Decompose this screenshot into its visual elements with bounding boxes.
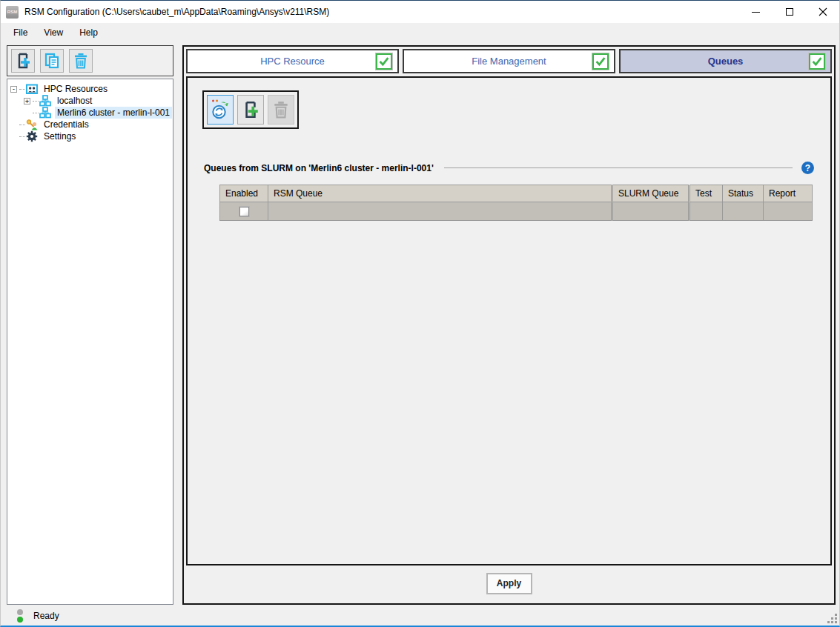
tree-item-hpc-resources[interactable]: - HPC Resources [10, 83, 173, 95]
queues-table: Enabled RSM Queue SLURM Queue Test Statu… [219, 185, 813, 221]
add-queue-button[interactable] [237, 95, 264, 125]
delete-hpc-resource-icon [72, 52, 90, 70]
minimize-button[interactable] [739, 1, 773, 23]
sidebar: - HPC Resources + [7, 45, 173, 605]
tree-connector [19, 89, 25, 90]
menu-help[interactable]: Help [71, 25, 106, 40]
config-tabs: HPC Resource File Management Queues [186, 49, 832, 73]
sidebar-toolbar [7, 45, 173, 76]
status-text: Ready [33, 611, 59, 621]
status-indicator-icon [17, 609, 23, 623]
tab-queues[interactable]: Queues [619, 49, 832, 73]
delete-queue-button[interactable] [268, 95, 294, 125]
tree-label-credentials: Credentials [42, 119, 91, 130]
window-controls [739, 1, 839, 23]
help-icon[interactable]: ? [801, 162, 814, 174]
resize-grip[interactable] [827, 614, 837, 623]
close-icon [818, 7, 827, 16]
main-area: - HPC Resources + [1, 42, 839, 606]
menu-bar: File View Help [1, 23, 839, 42]
tree-connector [19, 125, 25, 125]
queues-section-title: Queues from SLURM on 'Merlin6 cluster - … [204, 163, 434, 173]
hpc-resources-tree: - HPC Resources + [7, 79, 173, 605]
queues-panel: Queues from SLURM on 'Merlin6 cluster - … [186, 76, 832, 565]
queues-table-header-row: Enabled RSM Queue SLURM Queue Test Statu… [220, 185, 813, 202]
delete-queue-icon [271, 99, 291, 120]
status-dot-gray [17, 609, 23, 615]
tree-label-localhost: localhost [55, 95, 94, 107]
duplicate-hpc-resource-button[interactable] [40, 49, 64, 73]
app-icon: RSM [6, 6, 19, 19]
status-bar: Ready [1, 606, 839, 626]
cluster-icon [39, 107, 52, 119]
tree-item-credentials[interactable]: Credentials [10, 119, 173, 130]
rsm-configuration-window: RSM RSM Configuration (C:\Users\caubet_m… [0, 0, 840, 627]
tree-item-merlin6-cluster[interactable]: Merlin6 cluster - merlin-l-001 [10, 107, 173, 119]
column-header-enabled[interactable]: Enabled [220, 185, 268, 202]
duplicate-hpc-resource-icon [43, 52, 61, 70]
cluster-icon [39, 95, 52, 107]
apply-button[interactable]: Apply [486, 573, 532, 594]
tree-connector [19, 136, 25, 137]
queue-status-cell [723, 202, 764, 221]
queue-test-cell[interactable] [689, 202, 723, 221]
tree-connector [33, 101, 39, 102]
title-bar: RSM RSM Configuration (C:\Users\caubet_m… [1, 1, 839, 23]
tab-queues-label: Queues [708, 56, 744, 67]
credentials-key-icon [26, 119, 39, 130]
column-header-rsm-queue[interactable]: RSM Queue [268, 185, 612, 202]
settings-gear-icon [26, 130, 39, 142]
add-queue-icon [241, 99, 260, 120]
status-dot-green [17, 617, 23, 623]
queue-enabled-checkbox[interactable] [239, 207, 249, 216]
queues-section-header: Queues from SLURM on 'Merlin6 cluster - … [202, 162, 816, 174]
menu-view[interactable]: View [36, 25, 71, 40]
add-hpc-resource-icon [14, 52, 32, 70]
refresh-queues-button[interactable] [207, 95, 234, 125]
tree-label-settings: Settings [42, 130, 78, 142]
expand-expander-icon[interactable]: + [24, 98, 30, 104]
queue-enabled-cell [220, 202, 268, 221]
apply-area: Apply [186, 565, 832, 601]
queue-table-row [220, 202, 813, 221]
configuration-panel: HPC Resource File Management Queues [182, 45, 836, 605]
column-header-report[interactable]: Report [764, 185, 813, 202]
menu-file[interactable]: File [5, 25, 36, 40]
tab-hpc-resource-label: HPC Resource [260, 56, 325, 67]
tab-file-management[interactable]: File Management [403, 49, 615, 73]
refresh-queues-icon [210, 99, 231, 121]
delete-hpc-resource-button[interactable] [69, 49, 93, 73]
hpc-resource-valid-check-icon [376, 53, 392, 70]
minimize-icon [752, 12, 760, 13]
tab-file-management-label: File Management [472, 56, 546, 67]
tree-label-merlin6-cluster: Merlin6 cluster - merlin-l-001 [55, 107, 172, 119]
tab-hpc-resource[interactable]: HPC Resource [186, 49, 399, 73]
queues-valid-check-icon [809, 53, 825, 70]
column-header-slurm-queue[interactable]: SLURM Queue [612, 185, 689, 202]
column-header-status[interactable]: Status [723, 185, 764, 202]
queues-toolbar [202, 90, 299, 129]
queue-rsm-queue-cell[interactable] [268, 202, 612, 221]
window-title: RSM Configuration (C:\Users\caubet_m\App… [24, 7, 329, 17]
file-management-valid-check-icon [592, 53, 609, 70]
collapse-expander-icon[interactable]: - [10, 86, 17, 93]
add-hpc-resource-button[interactable] [11, 49, 35, 73]
tree-item-settings[interactable]: Settings [10, 130, 173, 142]
column-header-test[interactable]: Test [689, 185, 723, 202]
maximize-button[interactable] [773, 1, 806, 23]
tree-item-localhost[interactable]: + localhost [10, 95, 173, 107]
tree-connector [33, 113, 39, 113]
queue-report-cell [764, 202, 813, 221]
queue-slurm-queue-cell[interactable] [612, 202, 689, 221]
close-button[interactable] [806, 1, 839, 23]
maximize-icon [786, 8, 793, 16]
section-divider [444, 167, 793, 168]
hpc-resources-icon [26, 83, 39, 95]
tree-label-hpc-resources: HPC Resources [42, 83, 110, 95]
